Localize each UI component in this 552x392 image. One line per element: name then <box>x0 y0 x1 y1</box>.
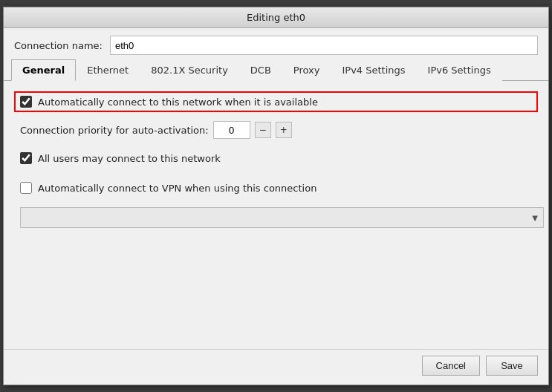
tab-ethernet[interactable]: Ethernet <box>76 59 140 81</box>
auto-connect-label: Automatically connect to this network wh… <box>38 97 318 108</box>
title-text: Editing eth0 <box>247 12 305 23</box>
tab-proxy[interactable]: Proxy <box>282 59 331 81</box>
tab-ipv4-settings[interactable]: IPv4 Settings <box>331 59 416 81</box>
priority-label: Connection priority for auto-activation: <box>20 125 209 136</box>
vpn-row: Automatically connect to VPN when using … <box>14 177 538 198</box>
vpn-connect-label: Automatically connect to VPN when using … <box>38 183 316 194</box>
priority-decrement-button[interactable]: − <box>255 122 271 138</box>
vpn-dropdown-wrapper <box>20 207 544 228</box>
auto-connect-checkbox[interactable] <box>20 96 32 108</box>
vpn-dropdown[interactable] <box>20 207 544 228</box>
connection-name-input[interactable] <box>110 36 538 55</box>
save-button[interactable]: Save <box>486 356 538 376</box>
tab-ipv6-settings[interactable]: IPv6 Settings <box>417 59 502 81</box>
connection-name-label: Connection name: <box>14 40 103 51</box>
title-bar: Editing eth0 <box>4 7 548 28</box>
all-users-checkbox[interactable] <box>20 152 32 164</box>
dialog-window: Editing eth0 Connection name: General Et… <box>3 7 549 385</box>
connection-name-row: Connection name: <box>4 28 548 59</box>
tab-bar: General Ethernet 802.1X Security DCB Pro… <box>4 59 548 81</box>
tab-general[interactable]: General <box>11 59 76 81</box>
all-users-label: All users may connect to this network <box>38 153 221 164</box>
content-spacer <box>14 237 538 339</box>
priority-increment-button[interactable]: + <box>276 122 292 138</box>
priority-input[interactable] <box>213 121 250 139</box>
auto-connect-row: Automatically connect to this network wh… <box>14 91 538 112</box>
cancel-button[interactable]: Cancel <box>422 356 480 376</box>
button-row: Cancel Save <box>4 349 548 385</box>
tab-802-1x-security[interactable]: 802.1X Security <box>140 59 239 81</box>
tab-content-general: Automatically connect to this network wh… <box>4 81 548 349</box>
priority-row: Connection priority for auto-activation:… <box>14 121 538 139</box>
vpn-connect-checkbox[interactable] <box>20 182 32 194</box>
tab-dcb[interactable]: DCB <box>239 59 282 81</box>
all-users-row: All users may connect to this network <box>14 148 538 169</box>
